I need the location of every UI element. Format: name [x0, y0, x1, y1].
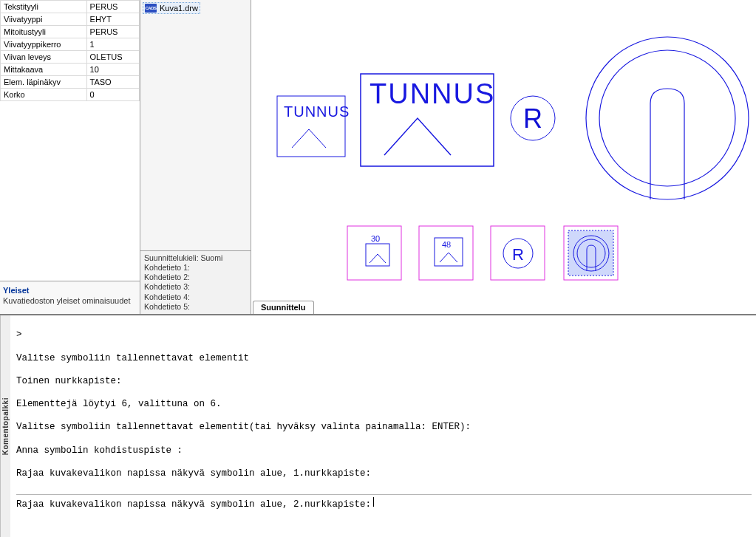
meta-line: Suunnittelukieli: Suomi	[144, 253, 247, 263]
meta-line: Kohdetieto 3:	[144, 282, 247, 292]
prop-val[interactable]: PERUS	[86, 1, 139, 13]
prop-key: Tekstityyli	[1, 1, 87, 13]
prop-val[interactable]: PERUS	[86, 26, 139, 38]
canvas-tabbar: Suunnittelu	[253, 301, 314, 314]
cmd-line: Anna symbolin kohdistuspiste :	[16, 445, 752, 457]
properties-table[interactable]: TekstityyliPERUS ViivatyyppiEHYT Mitoitu…	[0, 0, 140, 101]
meta-line: Kohdetieto 1:	[144, 263, 247, 273]
properties-footer-sub: Kuvatiedoston yleiset ominaisuudet	[3, 296, 137, 305]
thumbnail-48[interactable]: 48	[419, 226, 473, 280]
cmd-prompt-text: Rajaa kuvakevalikon napissa näkyvä symbo…	[16, 499, 371, 511]
properties-blank	[0, 101, 140, 281]
svg-text:R: R	[512, 245, 524, 264]
cmd-line: Elementtejä löytyi 6, valittuna on 6.	[16, 399, 752, 411]
command-bar-handle[interactable]: Komentopalkki	[0, 315, 10, 537]
prop-key: Viivatyyppikerro	[1, 38, 87, 51]
thumbnail-r[interactable]: R	[491, 226, 545, 280]
meta-line: Kohdetieto 2:	[144, 273, 247, 282]
svg-text:R: R	[523, 103, 542, 134]
svg-rect-11	[419, 226, 473, 280]
prop-val[interactable]: TASO	[86, 76, 139, 89]
file-name: Kuva1.drw	[160, 4, 198, 13]
symbol-registered: R	[511, 96, 555, 140]
prop-key: Elem. läpinäkyv	[1, 76, 87, 89]
prop-val[interactable]: 1	[86, 38, 139, 51]
svg-text:48: 48	[442, 240, 451, 249]
meta-line: Kohdetieto 4:	[144, 293, 247, 302]
properties-footer-title: Yleiset	[3, 286, 137, 295]
symbol-tunnus-big: TUNNUS	[361, 74, 495, 166]
properties-footer: Yleiset Kuvatiedoston yleiset ominaisuud…	[0, 281, 140, 314]
svg-rect-18	[568, 230, 613, 276]
command-output: > Valitse symboliin tallennettavat eleme…	[10, 315, 756, 537]
svg-text:TUNNUS: TUNNUS	[370, 78, 495, 109]
cmd-line: Valitse symboliin tallennettavat element…	[16, 353, 752, 365]
command-prompt[interactable]: Rajaa kuvakevalikon napissa näkyvä symbo…	[16, 494, 752, 511]
cmd-line: >	[16, 329, 752, 341]
meta-line: Kohdetieto 5:	[144, 302, 247, 312]
prop-val[interactable]: 10	[86, 64, 139, 76]
file-item[interactable]: CADS Kuva1.drw	[143, 2, 200, 14]
drawing-canvas[interactable]: TUNNUS TUNNUS R	[251, 0, 756, 314]
symbol-double-circle	[586, 37, 749, 199]
prop-val[interactable]: 0	[86, 89, 139, 101]
svg-point-7	[599, 50, 735, 186]
command-bar[interactable]: Komentopalkki > Valitse symboliin tallen…	[0, 314, 756, 537]
prop-key: Mittakaava	[1, 64, 87, 76]
svg-text:30: 30	[371, 234, 380, 243]
prop-val[interactable]: OLETUS	[86, 51, 139, 64]
symbol-tunnus-small: TUNNUS	[277, 96, 350, 157]
prop-key: Viivatyyppi	[1, 13, 87, 26]
file-panel: CADS Kuva1.drw Suunnittelukieli: Suomi K…	[140, 0, 251, 314]
prop-key: Viivan leveys	[1, 51, 87, 64]
text-cursor	[373, 497, 374, 507]
properties-panel: TekstityyliPERUS ViivatyyppiEHYT Mitoitu…	[0, 0, 140, 314]
cad-file-icon: CADS	[145, 4, 157, 13]
file-list[interactable]: CADS Kuva1.drw	[140, 0, 251, 250]
svg-point-6	[586, 37, 749, 199]
prop-key: Mitoitustyyli	[1, 26, 87, 38]
meta-panel: Suunnittelukieli: Suomi Kohdetieto 1: Ko…	[140, 250, 251, 314]
cmd-line: Valitse symboliin tallennettavat element…	[16, 422, 752, 434]
thumbnail-selected[interactable]	[564, 226, 618, 280]
thumbnail-30[interactable]: 30	[347, 226, 401, 280]
cmd-line: Rajaa kuvakevalikon napissa näkyvä symbo…	[16, 468, 752, 480]
prop-key: Korko	[1, 89, 87, 101]
prop-val[interactable]: EHYT	[86, 13, 139, 26]
tab-suunnittelu[interactable]: Suunnittelu	[253, 301, 314, 314]
cmd-line: Toinen nurkkapiste:	[16, 376, 752, 388]
svg-text:TUNNUS: TUNNUS	[284, 103, 350, 120]
drawing-svg: TUNNUS TUNNUS R	[251, 0, 756, 314]
